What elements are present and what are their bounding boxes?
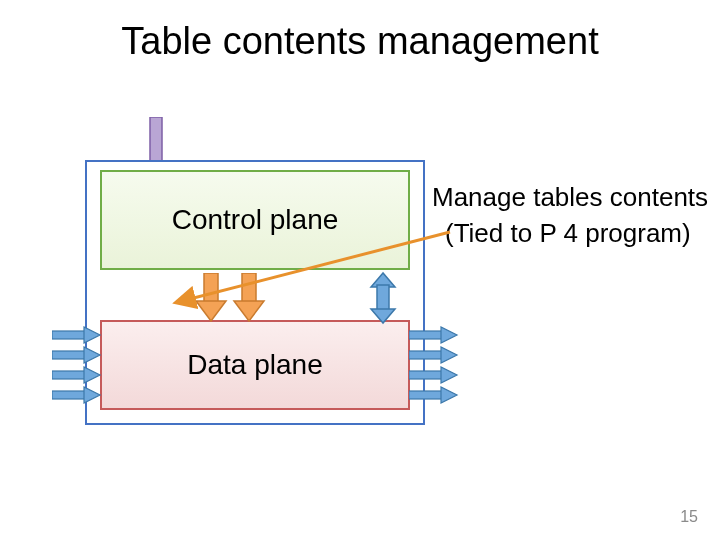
svg-marker-12	[84, 347, 100, 363]
svg-marker-24	[441, 387, 457, 403]
svg-marker-18	[441, 327, 457, 343]
svg-rect-15	[52, 391, 86, 399]
arrow-out-3	[409, 366, 459, 384]
svg-rect-17	[409, 331, 443, 339]
svg-marker-22	[441, 367, 457, 383]
arrow-in-3	[52, 366, 102, 384]
svg-marker-16	[84, 387, 100, 403]
svg-line-26	[178, 232, 450, 302]
page-number: 15	[680, 508, 698, 526]
annotation-manage-tables: Manage tables contents	[432, 182, 708, 213]
svg-marker-10	[84, 327, 100, 343]
data-plane-label: Data plane	[187, 349, 322, 381]
svg-rect-11	[52, 351, 86, 359]
slide-title: Table contents management	[0, 20, 720, 63]
svg-rect-21	[409, 371, 443, 379]
arrow-out-4	[409, 386, 459, 404]
arrow-in-4	[52, 386, 102, 404]
data-plane-box: Data plane	[100, 320, 410, 410]
svg-rect-9	[52, 331, 86, 339]
svg-rect-19	[409, 351, 443, 359]
arrow-in-1	[52, 326, 102, 344]
svg-rect-23	[409, 391, 443, 399]
svg-marker-20	[441, 347, 457, 363]
annotation-tied-to-p4: (Tied to P 4 program)	[445, 218, 691, 249]
arrow-out-2	[409, 346, 459, 364]
arrow-annotation-to-control	[168, 222, 458, 314]
svg-rect-13	[52, 371, 86, 379]
svg-marker-14	[84, 367, 100, 383]
arrow-out-1	[409, 326, 459, 344]
arrow-in-2	[52, 346, 102, 364]
